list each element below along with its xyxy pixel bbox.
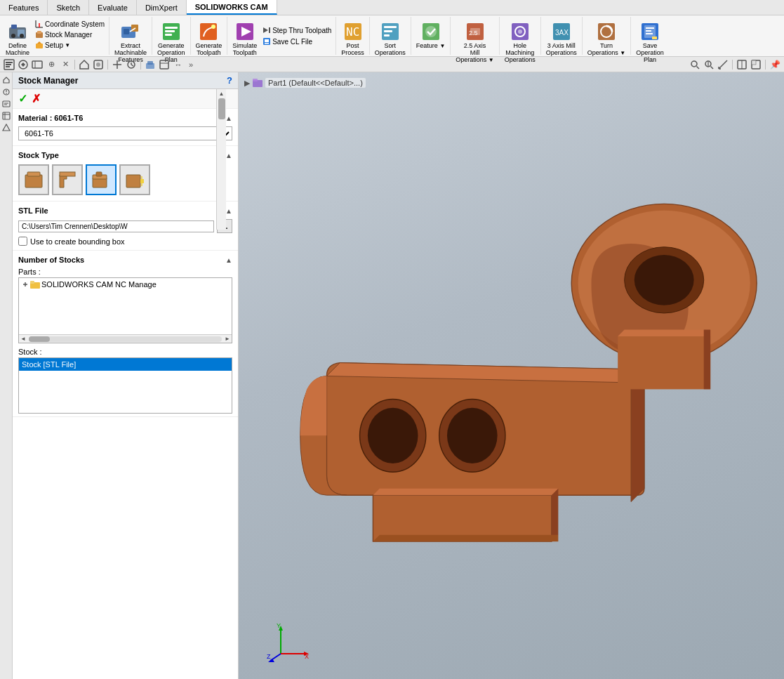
material-select[interactable]: 6061-T6 1018 Steel 4140 Steel Aluminum 7… — [18, 126, 232, 140]
sidebar-icon-2[interactable] — [1, 87, 11, 97]
toolbar-view2-icon[interactable] — [750, 58, 762, 71]
sidebar-icon-1[interactable] — [1, 75, 11, 85]
svg-rect-13 — [124, 29, 129, 34]
post-process-button[interactable]: NC PostProcess — [339, 20, 366, 58]
tab-dimxpert[interactable]: DimXpert — [137, 0, 187, 15]
toolbar-separator-1 — [74, 60, 75, 70]
stock-type-header[interactable]: Stock Type ▲ — [18, 149, 232, 161]
toolbar-measure-icon[interactable] — [717, 58, 729, 71]
toolbar-icon-1[interactable] — [3, 58, 15, 71]
svg-rect-92 — [27, 172, 40, 176]
toolbar-icon-9[interactable] — [125, 58, 138, 71]
ribbon: Features Sketch Evaluate DimXpert SOLIDW… — [0, 0, 784, 57]
tree-item-label: SOLIDWORKS CAM NC Manage — [41, 280, 157, 289]
feature-button[interactable]: Feature ▼ — [414, 20, 447, 51]
stock-type-corner-bracket[interactable] — [52, 164, 83, 195]
toolbar-more-icon[interactable]: » — [186, 58, 196, 71]
bounding-box-checkbox[interactable] — [18, 237, 27, 246]
svg-rect-97 — [126, 175, 140, 187]
toolbar-icon-6[interactable] — [78, 58, 91, 71]
toolbar-search-icon[interactable] — [689, 58, 701, 71]
svg-line-64 — [131, 65, 133, 66]
hole-machining-button[interactable]: HoleMachiningOperations — [503, 20, 538, 65]
svg-marker-90 — [3, 124, 10, 131]
define-machine-button[interactable]: DefineMachine — [3, 20, 32, 58]
svg-rect-84 — [3, 101, 10, 107]
sidebar-icon-4[interactable] — [1, 111, 11, 121]
toolbar-icon-7[interactable] — [92, 58, 105, 71]
stock-type-title: Stock Type — [18, 151, 59, 159]
toolbar-icon-12[interactable]: ↔ — [172, 58, 185, 71]
stock-type-imported-stl[interactable] — [119, 164, 150, 195]
simulate-toolpath-button[interactable]: SimulateToolpath — [230, 20, 259, 58]
stl-file-row: ... — [18, 217, 232, 235]
hscroll-left-arrow[interactable]: ◄ — [19, 336, 27, 342]
svg-line-70 — [697, 66, 700, 69]
svg-rect-87 — [3, 112, 10, 119]
svg-point-113 — [447, 408, 498, 463]
tab-sketch[interactable]: Sketch — [48, 0, 89, 15]
tab-solidworks-cam[interactable]: SOLIDWORKS CAM — [187, 0, 277, 15]
bounding-box-label: Use to create bounding box — [30, 237, 125, 246]
sidebar-icon-3[interactable] — [1, 99, 11, 109]
hscroll-track[interactable] — [29, 336, 222, 342]
svg-marker-23 — [263, 27, 268, 33]
material-section-header[interactable]: Material : 6061-T6 ▲ — [18, 112, 232, 124]
stl-file-input[interactable] — [18, 220, 214, 232]
stl-section-header[interactable]: STL File ▲ — [18, 204, 232, 217]
svg-point-35 — [425, 26, 437, 37]
toolbar-icon-2[interactable] — [17, 58, 29, 71]
turn-operations-button[interactable]: TurnOperations ▼ — [585, 20, 627, 58]
save-operation-plan-button[interactable]: SaveOperationPlan — [634, 20, 666, 65]
2-5-axis-mill-button[interactable]: 2.5 2.5 AxisMillOperations ▼ — [453, 20, 496, 65]
cancel-button[interactable]: ✗ — [32, 92, 41, 105]
viewport: ▶ Part1 (Default<<Default>...) — [239, 72, 784, 679]
generate-toolpath-button[interactable]: GenerateToolpath — [194, 20, 225, 58]
save-cl-file-button[interactable]: Save CL File — [261, 37, 333, 46]
toolbar-pin-icon[interactable]: 📌 — [769, 58, 781, 71]
toolbar-icon-3[interactable] — [31, 58, 44, 71]
hscroll-thumb[interactable] — [29, 336, 50, 342]
sidebar-icon-5[interactable] — [1, 123, 11, 133]
stock-list-item[interactable]: Stock [STL File] — [19, 358, 232, 371]
toolbar-view1-icon[interactable] — [736, 58, 748, 71]
svg-rect-17 — [165, 30, 175, 32]
ribbon-group-machine: DefineMachine Coordinate System Stock Ma… — [0, 17, 109, 55]
svg-rect-91 — [25, 175, 42, 187]
stock-manager-button[interactable]: Stock Manager — [34, 29, 106, 39]
left-sidebar — [0, 72, 13, 679]
accept-button[interactable]: ✓ — [18, 92, 27, 105]
num-stocks-header[interactable]: Number of Stocks ▲ — [18, 253, 232, 266]
setup-button[interactable]: Setup ▼ — [34, 40, 106, 50]
toolbar-icon-11[interactable] — [158, 58, 171, 71]
3-axis-mill-button[interactable]: 3AX 3 Axis MillOperations — [544, 20, 579, 58]
sort-operations-button[interactable]: SortOperations — [373, 20, 408, 58]
step-thru-toolpath-button[interactable]: Step Thru Toolpath — [261, 25, 333, 35]
tree-item-root[interactable]: SOLIDWORKS CAM NC Manage — [19, 278, 232, 291]
svg-marker-11 — [37, 41, 41, 44]
svg-rect-67 — [160, 60, 168, 69]
svg-point-109 — [634, 255, 694, 305]
toolbar-search2-icon[interactable] — [703, 58, 715, 71]
coordinate-system-button[interactable]: Coordinate System — [34, 19, 106, 29]
toolbar-icon-4[interactable]: ⊕ — [45, 58, 58, 71]
panel-help-icon[interactable]: ? — [227, 75, 232, 86]
toolbar-icon-8[interactable] — [111, 58, 124, 71]
svg-text:Y: Y — [277, 622, 281, 629]
svg-point-20 — [211, 25, 215, 29]
panel-vscroll-up-arrow[interactable]: ▲ — [219, 91, 225, 97]
stock-type-bounding-box[interactable] — [18, 164, 49, 195]
tree-hscroll[interactable]: ◄ ► — [19, 334, 232, 343]
svg-rect-52 — [6, 62, 13, 63]
tab-features[interactable]: Features — [0, 0, 48, 15]
panel-header: Stock Manager ? — [13, 72, 238, 89]
panel-vscroll-thumb[interactable] — [218, 98, 225, 119]
viewport-tree-arrow[interactable]: ▶ — [244, 79, 250, 88]
tab-evaluate[interactable]: Evaluate — [89, 0, 137, 15]
panel-vscroll-track[interactable]: ▲ — [216, 89, 226, 230]
toolbar-icon-10[interactable] — [144, 58, 157, 71]
toolbar-icon-5[interactable]: ✕ — [59, 58, 72, 71]
hscroll-right-arrow[interactable]: ► — [223, 336, 232, 342]
ribbon-tab-bar: Features Sketch Evaluate DimXpert SOLIDW… — [0, 0, 784, 15]
stock-type-solid-body[interactable] — [86, 164, 117, 195]
